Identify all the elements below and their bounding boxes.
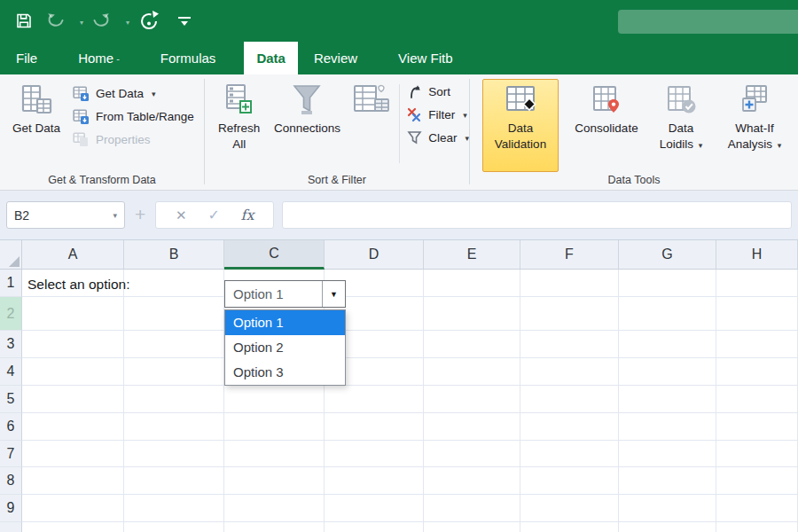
column-header-G[interactable]: G — [619, 240, 716, 270]
cell-C10[interactable] — [224, 522, 325, 532]
cell-A2[interactable] — [22, 297, 124, 331]
undo-caret-icon[interactable]: ▾ — [80, 19, 83, 27]
cell-F8[interactable] — [520, 467, 619, 495]
properties-button[interactable]: Properties — [73, 132, 194, 147]
enter-icon[interactable]: ✓ — [207, 207, 219, 223]
cell-A4[interactable] — [22, 358, 124, 386]
titlebar-search-pill[interactable] — [618, 10, 798, 34]
cell-B10[interactable] — [124, 522, 224, 532]
cell-C6[interactable] — [224, 413, 325, 441]
cell-G1[interactable] — [619, 270, 716, 297]
row-header-3[interactable]: 3 — [0, 331, 22, 358]
connections-button[interactable]: Connections — [266, 79, 348, 172]
cell-H6[interactable] — [716, 413, 798, 441]
column-header-B[interactable]: B — [124, 240, 224, 270]
cell-F6[interactable] — [520, 413, 619, 441]
cell-B9[interactable] — [124, 495, 224, 522]
tab-file[interactable]: File — [0, 42, 50, 74]
row-header-6[interactable]: 6 — [0, 413, 22, 441]
select-all-corner[interactable] — [0, 240, 22, 270]
cell-A10[interactable] — [22, 522, 124, 532]
tab-review[interactable]: Review — [301, 42, 370, 74]
cell-E6[interactable] — [424, 413, 520, 441]
cell-G9[interactable] — [619, 495, 716, 522]
cell-G6[interactable] — [619, 413, 716, 441]
cell-E5[interactable] — [424, 386, 520, 413]
cell-E1[interactable] — [424, 270, 520, 297]
cell-C9[interactable] — [224, 495, 325, 522]
clear-button[interactable]: Clear ▾ — [407, 130, 469, 145]
row-header-1[interactable]: 1 — [0, 270, 22, 297]
insert-function-fx-icon[interactable]: fx — [240, 207, 254, 223]
cell-B1[interactable] — [124, 270, 224, 297]
tab-formulas[interactable]: Formulas — [148, 42, 229, 74]
column-header-C[interactable]: C — [224, 240, 325, 270]
sort-button[interactable]: Sort — [407, 84, 469, 99]
cell-F5[interactable] — [520, 386, 619, 413]
cell-B7[interactable] — [124, 441, 224, 467]
row-header-2[interactable]: 2 — [0, 297, 22, 331]
tab-home[interactable]: Home - — [66, 42, 132, 74]
cell-E2[interactable] — [424, 297, 520, 331]
cell-H3[interactable] — [716, 331, 798, 358]
cell-D7[interactable] — [325, 441, 424, 467]
name-box[interactable]: B2 ▾ — [6, 201, 125, 229]
row-header-7[interactable]: 7 — [0, 441, 22, 467]
cell-A9[interactable] — [22, 495, 124, 522]
dropdown-option-3[interactable]: Option 3 — [225, 360, 345, 385]
cell-E9[interactable] — [424, 495, 520, 522]
cell-B3[interactable] — [124, 331, 224, 358]
row-header-5[interactable]: 5 — [0, 386, 22, 413]
cell-G4[interactable] — [619, 358, 716, 386]
cell-E3[interactable] — [424, 331, 520, 358]
cancel-icon[interactable]: ✕ — [176, 207, 187, 223]
cell-H4[interactable] — [716, 358, 798, 386]
cell-G10[interactable] — [619, 522, 716, 532]
cell-G7[interactable] — [619, 441, 716, 467]
name-box-caret-icon[interactable]: ▾ — [113, 211, 117, 220]
dropdown-option-1[interactable]: Option 1 — [225, 310, 345, 335]
dropdown-option-2[interactable]: Option 2 — [225, 335, 345, 360]
cell-F4[interactable] — [520, 358, 619, 386]
cell-E4[interactable] — [424, 358, 520, 386]
from-table-range-button[interactable]: From Table/Range — [73, 109, 194, 124]
cell-A7[interactable] — [22, 441, 124, 467]
cell-H1[interactable] — [716, 270, 798, 297]
cell-F1[interactable] — [520, 270, 619, 297]
cell-G2[interactable] — [619, 297, 716, 331]
cell-H7[interactable] — [716, 441, 798, 467]
cell-C5[interactable] — [224, 386, 325, 413]
refresh-all-button[interactable]: Refresh All — [212, 79, 266, 172]
dropdown-combobox[interactable]: Option 1 ▼ — [224, 280, 346, 308]
column-header-F[interactable]: F — [520, 240, 619, 270]
save-icon[interactable] — [14, 12, 34, 30]
cell-H10[interactable] — [716, 522, 798, 532]
cell-H8[interactable] — [716, 467, 798, 495]
row-header-10[interactable]: 10 — [0, 522, 22, 532]
cell-E8[interactable] — [424, 467, 520, 495]
cell-D10[interactable] — [325, 522, 424, 532]
tab-view[interactable]: View Fitb — [386, 42, 465, 74]
column-header-E[interactable]: E — [424, 240, 520, 270]
cell-G3[interactable] — [619, 331, 716, 358]
quick-access-icon[interactable] — [177, 16, 192, 27]
what-if-analysis-button[interactable]: What-If Analysis ▾ — [713, 79, 796, 172]
cell-F3[interactable] — [520, 331, 619, 358]
cell-B5[interactable] — [124, 386, 224, 413]
cell-B8[interactable] — [124, 467, 224, 495]
cell-D5[interactable] — [325, 386, 424, 413]
data-loidils-button[interactable]: Data Loidils ▾ — [649, 79, 713, 172]
cell-D8[interactable] — [325, 467, 424, 495]
refresh-circle-icon[interactable] — [138, 11, 160, 32]
get-data-button[interactable]: Get Data — [0, 79, 73, 172]
consolidate-button[interactable]: Consolidate — [564, 79, 649, 172]
row-header-8[interactable]: 8 — [0, 467, 22, 495]
cell-D9[interactable] — [325, 495, 424, 522]
row-header-4[interactable]: 4 — [0, 358, 22, 386]
cell-B6[interactable] — [124, 413, 224, 441]
cell-C8[interactable] — [224, 467, 325, 495]
cell-D6[interactable] — [325, 413, 424, 441]
cell-G5[interactable] — [619, 386, 716, 413]
insert-function-plus-icon[interactable]: + — [135, 204, 145, 225]
dropdown-arrow-button[interactable]: ▼ — [322, 281, 345, 307]
